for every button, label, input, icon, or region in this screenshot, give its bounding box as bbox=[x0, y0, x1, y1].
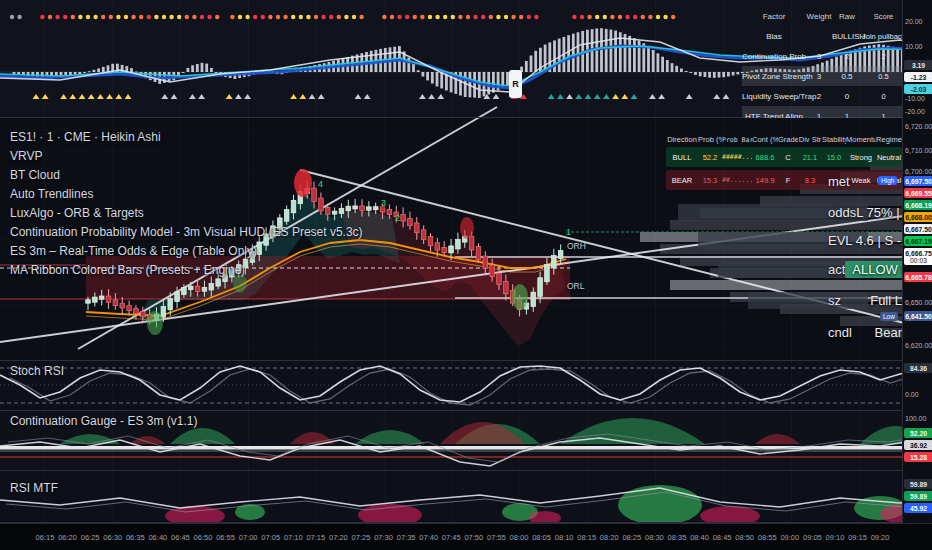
axis-price-label: 6,650.00 bbox=[905, 299, 932, 306]
legend-item-2[interactable]: BT Cloud bbox=[10, 166, 363, 185]
hud-row-EV: EVL 4.6 | S -2.6 bbox=[828, 233, 902, 248]
table-cell: 0 bbox=[862, 92, 905, 101]
continuation-gauge-label[interactable]: Continuation Gauge - ES 3m (v1.1) bbox=[10, 414, 197, 428]
axis-price-label: 6,710.00 bbox=[905, 147, 932, 154]
axis-price-badge: 84.36 bbox=[904, 363, 932, 373]
axis-price-badge: -2.03 bbox=[904, 84, 932, 94]
table-cell: 3 bbox=[806, 52, 832, 61]
legend-item-1[interactable]: VRVP bbox=[10, 147, 363, 166]
hud-metric-value: Full L bbox=[870, 293, 902, 308]
time-label: 09:00 bbox=[780, 533, 799, 542]
time-label: 06:25 bbox=[81, 533, 100, 542]
pane-separator[interactable] bbox=[0, 410, 932, 411]
table-cell: 15.0 bbox=[822, 153, 846, 162]
table-cell: 52.2 bbox=[698, 153, 722, 162]
pane-separator[interactable] bbox=[0, 360, 932, 361]
time-label: 08:05 bbox=[532, 533, 551, 542]
time-label: 08:00 bbox=[510, 533, 529, 542]
time-label: 08:45 bbox=[713, 533, 732, 542]
time-label: 08:10 bbox=[555, 533, 574, 542]
time-label: 09:15 bbox=[848, 533, 867, 542]
table-cell: ##........ bbox=[722, 176, 752, 184]
time-label: 08:40 bbox=[690, 533, 709, 542]
table-row: Pivot Zone Strength30.50.5 bbox=[742, 66, 905, 86]
table-header-row: DirectionProb (%)Prob BarCont (%)GradeDi… bbox=[666, 132, 902, 147]
table-cell: BULLISH bbox=[832, 32, 862, 41]
table-row: Continuation Prob322 bbox=[742, 46, 905, 66]
stoch-rsi-label[interactable]: Stoch RSI bbox=[10, 364, 64, 378]
time-label: 07:25 bbox=[352, 533, 371, 542]
axis-price-label: 6,700.00 bbox=[905, 168, 932, 175]
axis-price-badge: 6,667.50 bbox=[904, 224, 932, 234]
legend-item-4[interactable]: LuxAlgo - ORB & Targets bbox=[10, 204, 363, 223]
signal-flag-marker[interactable]: R bbox=[509, 70, 522, 98]
table-cell: F bbox=[778, 176, 798, 185]
axis-price-badge: -1.23 bbox=[904, 72, 932, 82]
hud-metric-label: act bbox=[828, 262, 845, 277]
table-row: Liquidity Sweep/Trap200 bbox=[742, 86, 905, 106]
time-label: 07:50 bbox=[464, 533, 483, 542]
time-label: 06:45 bbox=[171, 533, 190, 542]
axis-price-badge: 6,641.50 bbox=[904, 311, 932, 321]
time-label: 06:55 bbox=[216, 533, 235, 542]
column-header: Prob (%) bbox=[698, 135, 722, 144]
table-cell: 2 bbox=[832, 52, 862, 61]
axis-price-badge: 6,697.50 bbox=[904, 176, 932, 186]
table-cell: Pivot Zone Strength bbox=[742, 72, 806, 81]
hud-metric-label: met bbox=[828, 174, 868, 189]
hud-metric-label: cndl bbox=[828, 325, 868, 340]
table-cell: 2 bbox=[862, 52, 905, 61]
column-header: Factor bbox=[742, 12, 806, 21]
table-cell: #####..... bbox=[722, 153, 752, 161]
legend-item-0[interactable]: ES1! · 1 · CME · Heikin Ashi bbox=[10, 128, 363, 147]
high-price-tag: High bbox=[878, 176, 897, 185]
column-header: Stability bbox=[822, 135, 846, 144]
axis-price-badge: 36.92 bbox=[904, 440, 932, 450]
time-label: 07:30 bbox=[374, 533, 393, 542]
time-label: 08:50 bbox=[735, 533, 754, 542]
table-cell: 3 bbox=[806, 72, 832, 81]
time-label: 08:30 bbox=[645, 533, 664, 542]
time-label: 07:20 bbox=[329, 533, 348, 542]
legend-item-3[interactable]: Auto Trendlines bbox=[10, 185, 363, 204]
table-cell: Bias bbox=[742, 32, 806, 41]
table-row: HTF Trend Align111 bbox=[742, 106, 905, 118]
time-label: 07:00 bbox=[239, 533, 258, 542]
table-cell: 2 bbox=[806, 92, 832, 101]
axis-price-badge: 6,667.19 bbox=[904, 236, 932, 246]
hud-metric-label: sz bbox=[828, 293, 868, 308]
time-label: 08:15 bbox=[577, 533, 596, 542]
table-cell: 8.3 bbox=[798, 176, 822, 185]
table-header-row: FactorWeightRawScore bbox=[742, 6, 905, 26]
axis-price-label: 20.00 bbox=[905, 18, 932, 25]
time-label: 08:35 bbox=[668, 533, 687, 542]
hud-row-cndl: cndlBear bbox=[828, 325, 902, 340]
table-cell: 149.9 bbox=[752, 176, 778, 185]
rsi-mtf-label[interactable]: RSI MTF bbox=[10, 481, 58, 495]
axis-price-badge: 59.89 bbox=[904, 491, 932, 501]
trend-digit: 2 bbox=[395, 213, 400, 223]
time-label: 06:20 bbox=[58, 533, 77, 542]
orh-line-label: ORH bbox=[567, 241, 586, 251]
column-header: Direction bbox=[666, 135, 698, 144]
legend-item-6[interactable]: ES 3m – Real-Time Odds & Edge (Table Onl… bbox=[10, 242, 363, 261]
axis-price-badge: 6,666.7500:03 bbox=[904, 248, 932, 265]
hud-row-act: actALLOW L bbox=[828, 261, 902, 278]
time-label: 08:25 bbox=[622, 533, 641, 542]
table-cell: Strong bbox=[846, 153, 876, 162]
time-label: 07:35 bbox=[397, 533, 416, 542]
pane-separator[interactable] bbox=[0, 470, 932, 471]
time-label: 07:15 bbox=[306, 533, 325, 542]
legend-item-5[interactable]: Continuation Probability Model - 3m Visu… bbox=[10, 223, 363, 242]
time-axis[interactable]: 06:1506:2006:2506:3006:3506:4006:4506:50… bbox=[0, 523, 932, 550]
axis-price-badge: 45.92 bbox=[904, 503, 932, 513]
hud-metric-value: Bear bbox=[875, 325, 902, 340]
price-axis[interactable]: 20.0010.00-10.00-20.003.19-1.23-2.036,72… bbox=[902, 0, 932, 523]
table-cell: Liquidity Sweep/Trap bbox=[742, 92, 806, 101]
bull-row: BULL52.2#####.....688.6C21.115.0StrongNe… bbox=[666, 147, 902, 167]
legend-item-7[interactable]: MA Ribbon Colored Bars (Presets + Engine… bbox=[10, 261, 363, 280]
axis-price-label: 6,620.00 bbox=[905, 342, 932, 349]
axis-price-label: -20.00 bbox=[905, 108, 932, 115]
time-label: 09:20 bbox=[871, 533, 890, 542]
trend-digit: 3 bbox=[381, 198, 386, 208]
